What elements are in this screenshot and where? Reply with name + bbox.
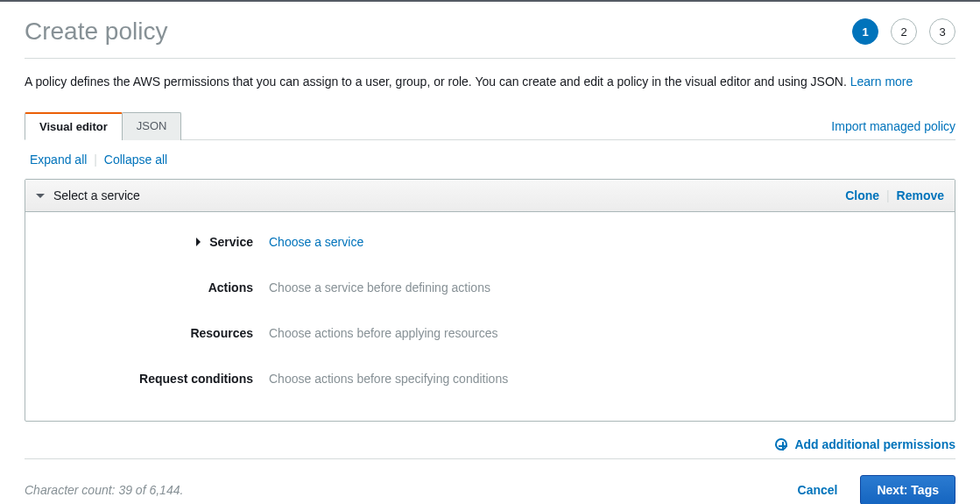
row-conditions: Request conditions Choose actions before… [41, 356, 939, 401]
caret-right-icon[interactable] [196, 238, 201, 246]
service-label: Service [209, 235, 253, 249]
resources-value: Choose actions before applying resources [269, 326, 498, 340]
import-managed-policy-link[interactable]: Import managed policy [831, 119, 955, 139]
row-service: Service Choose a service [41, 219, 939, 265]
learn-more-link[interactable]: Learn more [850, 75, 913, 89]
caret-down-icon [36, 194, 45, 198]
tab-visual-editor[interactable]: Visual editor [25, 112, 123, 140]
choose-service-link[interactable]: Choose a service [269, 235, 363, 249]
service-panel: Select a service Clone | Remove Service … [25, 179, 955, 422]
character-count: Character count: 39 of 6,144. [25, 483, 183, 497]
actions-label: Actions [208, 280, 253, 295]
plus-circle-icon [775, 438, 787, 451]
row-resources: Resources Choose actions before applying… [41, 310, 939, 356]
collapse-all-link[interactable]: Collapse all [104, 153, 167, 167]
wizard-steps: 1 2 3 [852, 18, 955, 45]
description-text: A policy defines the AWS permissions tha… [25, 75, 850, 89]
separator: | [94, 153, 97, 167]
cancel-button[interactable]: Cancel [793, 482, 843, 498]
panel-toggle[interactable]: Select a service [36, 188, 140, 202]
page-title: Create policy [25, 18, 167, 46]
panel-title: Select a service [53, 188, 140, 202]
row-actions: Actions Choose a service before defining… [41, 265, 939, 310]
policy-description: A policy defines the AWS permissions tha… [25, 59, 955, 111]
separator: | [886, 188, 890, 202]
clone-link[interactable]: Clone [845, 188, 879, 202]
tab-json[interactable]: JSON [122, 112, 182, 140]
step-2[interactable]: 2 [891, 18, 917, 45]
remove-link[interactable]: Remove [897, 188, 944, 202]
add-additional-permissions-link[interactable]: Add additional permissions [775, 437, 955, 451]
conditions-value: Choose actions before specifying conditi… [269, 372, 508, 386]
resources-label: Resources [190, 326, 253, 340]
expand-all-link[interactable]: Expand all [30, 153, 87, 167]
next-tags-button[interactable]: Next: Tags [860, 475, 955, 504]
step-1[interactable]: 1 [852, 18, 878, 45]
step-3[interactable]: 3 [929, 18, 955, 45]
actions-value: Choose a service before defining actions [269, 280, 490, 295]
editor-tabs: Visual editor JSON [25, 111, 181, 139]
conditions-label: Request conditions [139, 372, 253, 386]
add-additional-label: Add additional permissions [794, 437, 955, 451]
